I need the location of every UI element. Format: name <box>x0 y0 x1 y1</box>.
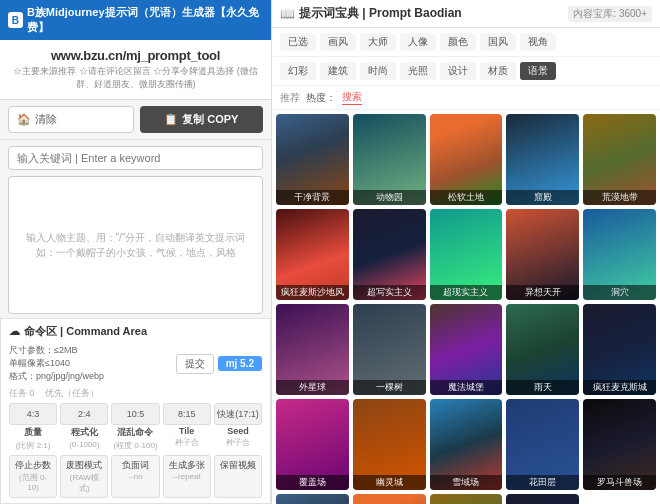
gallery-item-label: 荒漠地带 <box>583 190 656 205</box>
tag-item[interactable]: 幻彩 <box>280 62 316 80</box>
tag-item[interactable]: 已选 <box>280 33 316 51</box>
gallery-item[interactable]: 覆盖场 <box>276 399 349 490</box>
param-item[interactable]: 8:15 Tile 种子合 <box>163 403 211 451</box>
gallery-item[interactable]: 荒漠地带 <box>583 114 656 205</box>
bottom-btn-label: 生成多张 <box>168 459 206 472</box>
gallery-item[interactable]: 外星空间2 <box>506 494 579 504</box>
tag-item[interactable]: 设计 <box>440 62 476 80</box>
cmd-size-label: 尺寸参数：≤2MB <box>9 344 104 357</box>
bottom-button[interactable]: 保留视频 <box>214 455 262 498</box>
gallery-item-label: 超写实主义 <box>353 285 426 300</box>
gallery-item[interactable]: 雨天 <box>506 304 579 395</box>
right-header-title: 提示词宝典 | Prompt Baodian <box>299 5 462 22</box>
url-text: www.bzu.cn/mj_prompt_tool <box>8 48 263 63</box>
bottom-btn-label: 停止步数 <box>14 459 52 472</box>
prompt-textarea-area[interactable]: 输入人物主题、用："/"分开，自动翻译英文提示词 如：一个戴帽子的小女孩，气候，… <box>8 176 263 314</box>
bottom-button[interactable]: 废图模式(RAW模式) <box>60 455 108 498</box>
gallery-item-label: 罗马斗兽场 <box>583 475 656 490</box>
keyword-input[interactable] <box>9 147 262 169</box>
tag-item[interactable]: 视角 <box>520 33 556 51</box>
param-hint: (0-1000) <box>69 440 99 449</box>
gallery-item-label: 松软土地 <box>430 190 503 205</box>
tag-item[interactable]: 语景 <box>520 62 556 80</box>
gallery-item[interactable]: 雪域场 <box>430 399 503 490</box>
bottom-row: 停止步数(范围 0-10)废图模式(RAW模式)负面词--no生成多张--rep… <box>9 455 262 498</box>
param-item[interactable]: 4:3 质量 (比例 2:1) <box>9 403 57 451</box>
gallery-item-label: 疯狂麦斯沙地风 <box>276 285 349 300</box>
tag-item[interactable]: 大师 <box>360 33 396 51</box>
tags-bar-row2: 幻彩建筑时尚光照设计材质语景 <box>272 57 660 86</box>
cmd-mode-hint: 任务 0 <box>9 388 35 398</box>
gallery-item[interactable]: 幽灵城 <box>353 399 426 490</box>
gallery-item-label: 幽灵城 <box>353 475 426 490</box>
gallery-item[interactable]: 罗马斗兽场 <box>583 399 656 490</box>
gallery-item[interactable]: 花田层 <box>506 399 579 490</box>
gallery-item[interactable]: 干净背景 <box>276 114 349 205</box>
tag-item[interactable]: 建筑 <box>320 62 356 80</box>
prompt-hint: 输入人物主题、用："/"分开，自动翻译英文提示词 如：一个戴帽子的小女孩，气候，… <box>17 230 254 260</box>
bottom-button[interactable]: 停止步数(范围 0-10) <box>9 455 57 498</box>
cmd-top-row: 尺寸参数：≤2MB 单幅像素≤1040 格式：png/jpg/jng/webp … <box>9 344 262 383</box>
cmd-size-info: 尺寸参数：≤2MB 单幅像素≤1040 格式：png/jpg/jng/webp <box>9 344 104 383</box>
param-item[interactable]: 10:5 混乱命令 (程度 0-100) <box>111 403 159 451</box>
bottom-btn-label: 废图模式 <box>65 459 103 472</box>
cmd-mode-2-hint: 优先（任务） <box>45 388 99 398</box>
gallery-item[interactable]: 超写实主义 <box>353 209 426 300</box>
tag-item[interactable]: 材质 <box>480 62 516 80</box>
param-item[interactable]: 快速(17:1) Seed 种子合 <box>214 403 262 451</box>
param-name: Seed <box>227 426 249 436</box>
gallery-item[interactable]: 水下世界 <box>353 494 426 504</box>
gallery-item-label: 一棵树 <box>353 380 426 395</box>
gallery-item-label: 覆盖场 <box>276 475 349 490</box>
gallery-item-label: 超现实主义 <box>430 285 503 300</box>
tag-item[interactable]: 国风 <box>480 33 516 51</box>
filter-search[interactable]: 搜索 <box>342 90 362 105</box>
command-title: ☁ 命令区 | Command Area <box>9 324 262 339</box>
tag-item[interactable]: 光照 <box>400 62 436 80</box>
gallery-item[interactable]: 外星球 <box>276 304 349 395</box>
gallery-item[interactable]: 超现实主义 <box>430 209 503 300</box>
action-bar: 🏠 清除 📋 复制 COPY <box>0 100 271 140</box>
right-header-count: 内容宝库: 3600+ <box>568 6 652 22</box>
gallery-item-label: 雨天 <box>506 380 579 395</box>
param-hint: (程度 0-100) <box>113 440 157 451</box>
cmd-size-hint: 单幅像素≤1040 <box>9 357 104 370</box>
param-name: 程式化 <box>71 426 98 439</box>
gallery-item[interactable]: 疯狂麦斯沙地风 <box>276 209 349 300</box>
cmd-format-hint: 格式：png/jpg/jng/webp <box>9 370 104 383</box>
keyword-input-area[interactable] <box>8 146 263 170</box>
copy-icon: 📋 <box>164 113 178 126</box>
gallery-grid: 干净背景动物园松软土地窟殿荒漠地带疯狂麦斯沙地风超写实主义超现实主义异想天开洞穴… <box>276 114 656 504</box>
bottom-btn-hint: (范围 0-10) <box>14 472 52 492</box>
param-name: 质量 <box>24 426 42 439</box>
gallery-item[interactable]: 遗道中 <box>276 494 349 504</box>
copy-button[interactable]: 📋 复制 COPY <box>140 106 264 133</box>
filter-heat[interactable]: 热度： <box>306 91 336 105</box>
submit-button[interactable]: 提交 <box>176 354 214 374</box>
param-name: Tile <box>179 426 194 436</box>
gallery-item[interactable]: 洞穴 <box>583 209 656 300</box>
gallery-item[interactable]: 窟殿 <box>506 114 579 205</box>
gallery-item[interactable]: 疯狂麦克斯城 <box>583 304 656 395</box>
bottom-button[interactable]: 生成多张--repeat <box>163 455 211 498</box>
tag-item[interactable]: 人像 <box>400 33 436 51</box>
gallery-item[interactable]: 动物园 <box>353 114 426 205</box>
bottom-btn-label: 保留视频 <box>219 459 257 472</box>
command-title-text: 命令区 | Command Area <box>24 324 147 339</box>
tag-item[interactable]: 时尚 <box>360 62 396 80</box>
gallery-item-label: 雪域场 <box>430 475 503 490</box>
param-box: 4:3 <box>9 403 57 425</box>
gallery-item[interactable]: 魔法城堡 <box>430 304 503 395</box>
gallery-item[interactable]: 外星空间 <box>430 494 503 504</box>
clear-button[interactable]: 🏠 清除 <box>8 106 134 133</box>
gallery-item[interactable]: 一棵树 <box>353 304 426 395</box>
tag-item[interactable]: 颜色 <box>440 33 476 51</box>
gallery-item[interactable]: 异想天开 <box>506 209 579 300</box>
bottom-button[interactable]: 负面词--no <box>111 455 159 498</box>
param-item[interactable]: 2:4 程式化 (0-1000) <box>60 403 108 451</box>
gallery-item[interactable]: 松软土地 <box>430 114 503 205</box>
param-name: 混乱命令 <box>117 426 153 439</box>
tag-item[interactable]: 画风 <box>320 33 356 51</box>
gallery[interactable]: 干净背景动物园松软土地窟殿荒漠地带疯狂麦斯沙地风超写实主义超现实主义异想天开洞穴… <box>272 110 660 504</box>
bottom-btn-hint: (RAW模式) <box>65 472 103 494</box>
